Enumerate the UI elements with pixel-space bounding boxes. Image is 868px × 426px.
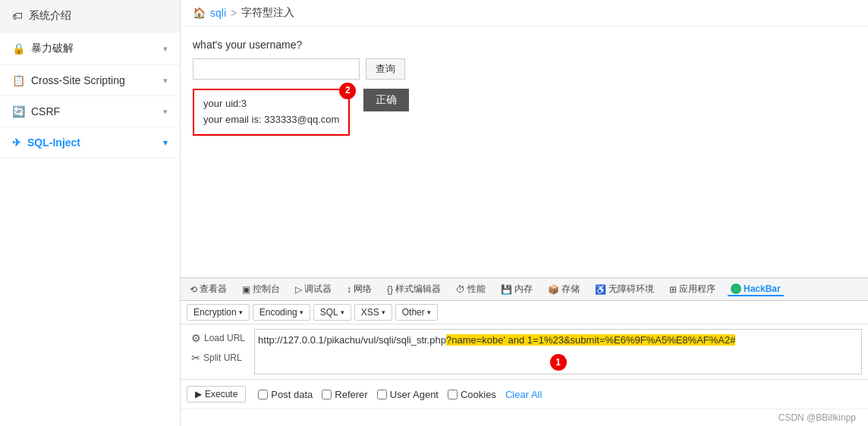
postdata-checkbox[interactable]: Post data xyxy=(258,389,313,400)
refresh-icon: 🔄 xyxy=(12,105,25,117)
correct-button[interactable]: 正确 xyxy=(363,89,409,111)
debugger-label: 调试器 xyxy=(304,283,332,296)
sql-dropdown-icon: ▾ xyxy=(341,309,344,316)
encoding-menu[interactable]: Encoding ▾ xyxy=(253,304,310,321)
application-label: 应用程序 xyxy=(679,283,715,296)
sidebar-item-csrf[interactable]: 🔄 CSRF ▾ xyxy=(0,96,180,127)
referer-checkbox[interactable]: Referer xyxy=(322,389,367,400)
network-label: 网络 xyxy=(354,283,372,296)
devtools-bar: ⟲ 查看器 ▣ 控制台 ▷ 调试器 ↕ 网络 {} 样式编辑器 ⏱ 性能 xyxy=(181,277,868,301)
clipboard-icon: 📋 xyxy=(12,74,25,86)
devtools-performance[interactable]: ⏱ 性能 xyxy=(453,281,489,297)
devtools-debugger[interactable]: ▷ 调试器 xyxy=(292,281,335,297)
page-content: what's your username? 查询 your uid:3 your… xyxy=(181,27,868,277)
input-row: 查询 xyxy=(193,58,856,80)
encoding-dropdown-icon: ▾ xyxy=(300,309,303,316)
result-line2: your email is: 333333@qq.com xyxy=(203,112,339,128)
memory-icon: 💾 xyxy=(501,284,512,295)
cookies-input[interactable] xyxy=(448,390,458,399)
result-area: your uid:3 your email is: 333333@qq.com … xyxy=(193,89,856,143)
storage-icon: 📦 xyxy=(548,284,559,295)
lock-icon: 🔒 xyxy=(12,42,25,55)
hackbar-action-sidebar: ⚙ Load URL ✂ Split URL xyxy=(187,329,250,374)
query-button[interactable]: 查询 xyxy=(366,58,405,80)
username-input[interactable] xyxy=(193,58,360,80)
devtools-accessibility[interactable]: ♿ 无障碍环境 xyxy=(592,281,657,297)
useragent-input[interactable] xyxy=(377,390,387,399)
style-icon: {} xyxy=(387,284,393,295)
sidebar-item-sqli[interactable]: ✈ SQL-Inject ▾ xyxy=(0,127,180,158)
chevron-down-icon: ▾ xyxy=(163,138,168,148)
devtools-storage[interactable]: 📦 存储 xyxy=(545,281,583,297)
sidebar-item-label: Cross-Site Scripting xyxy=(31,74,125,86)
encryption-dropdown-icon: ▾ xyxy=(239,309,243,316)
sidebar-item-bruteforce[interactable]: 🔒 暴力破解 ▾ xyxy=(0,33,180,65)
devtools-hackbar[interactable]: HackBar xyxy=(728,282,784,296)
debugger-icon: ▷ xyxy=(295,284,302,295)
useragent-label: User Agent xyxy=(390,389,439,400)
sidebar-item-label: CSRF xyxy=(31,105,60,117)
hackbar-actions: ⚙ Load URL ✂ Split URL http://127.0.0.1/… xyxy=(187,329,862,374)
devtools-network[interactable]: ↕ 网络 xyxy=(344,281,375,297)
xss-menu[interactable]: XSS ▾ xyxy=(354,304,392,321)
devtools-application[interactable]: ⊞ 应用程序 xyxy=(666,281,719,297)
encoding-label: Encoding xyxy=(259,307,297,318)
referer-label: Referer xyxy=(335,389,367,400)
sidebar-item-label: 暴力破解 xyxy=(31,42,74,55)
storage-label: 存储 xyxy=(561,283,580,296)
split-url-button[interactable]: ✂ Split URL xyxy=(187,349,250,367)
encryption-menu[interactable]: Encryption ▾ xyxy=(187,304,250,321)
tag-icon: 🏷 xyxy=(12,10,23,22)
content-area: 🏠 sqli > 字符型注入 what's your username? 查询 … xyxy=(181,0,868,426)
encryption-label: Encryption xyxy=(193,307,237,318)
devtools-memory[interactable]: 💾 内存 xyxy=(498,281,536,297)
badge-1: 1 xyxy=(550,354,567,371)
footer: CSDN @BBillkinpp xyxy=(181,409,868,426)
breadcrumb: 🏠 sqli > 字符型注入 xyxy=(181,0,868,27)
hackbar-bottom: ▶ Execute Post data Referer User Agent xyxy=(181,380,868,409)
chevron-down-icon: ▾ xyxy=(163,44,168,54)
hackbar-icon xyxy=(731,283,741,294)
clear-all-button[interactable]: Clear All xyxy=(505,389,542,400)
url-highlight: ?name=kobe' and 1=1%23&submit=%E6%9F%A5%… xyxy=(446,334,736,346)
sidebar-item-label: SQL-Inject xyxy=(27,136,80,149)
sql-label: SQL xyxy=(320,307,338,318)
performance-label: 性能 xyxy=(467,283,486,296)
execute-label: Execute xyxy=(205,389,237,399)
other-dropdown-icon: ▾ xyxy=(427,309,431,316)
referer-input[interactable] xyxy=(322,390,332,399)
load-url-button[interactable]: ⚙ Load URL xyxy=(187,329,250,347)
chevron-down-icon: ▾ xyxy=(163,107,168,117)
badge-2: 2 xyxy=(339,83,356,99)
devtools-style-editor[interactable]: {} 样式编辑器 xyxy=(384,281,444,297)
postdata-label: Post data xyxy=(271,389,313,400)
load-url-label: Load URL xyxy=(204,333,245,343)
page-question: what's your username? xyxy=(193,39,856,51)
url-text: http://127.0.0.1/pikachu/vul/sqli/sqli_s… xyxy=(258,333,858,348)
useragent-checkbox[interactable]: User Agent xyxy=(377,389,439,400)
url-prefix: http://127.0.0.1/pikachu/vul/sqli/sqli_s… xyxy=(258,334,446,346)
sidebar-item-xss[interactable]: 📋 Cross-Site Scripting ▾ xyxy=(0,65,180,96)
cookies-checkbox[interactable]: Cookies xyxy=(448,389,496,400)
inspector-label: 查看器 xyxy=(200,283,227,296)
other-label: Other xyxy=(402,307,425,318)
sidebar-item-label: 系统介绍 xyxy=(29,9,71,23)
sidebar: 🏷 系统介绍 🔒 暴力破解 ▾ 📋 Cross-Site Scripting ▾… xyxy=(0,0,181,426)
execute-button[interactable]: ▶ Execute xyxy=(187,386,246,403)
breadcrumb-home[interactable]: sqli xyxy=(210,7,226,19)
sidebar-item-intro[interactable]: 🏷 系统介绍 xyxy=(0,0,180,33)
devtools-console[interactable]: ▣ 控制台 xyxy=(239,281,283,297)
split-url-icon: ✂ xyxy=(191,352,200,364)
execute-icon: ▶ xyxy=(195,389,202,399)
devtools-inspector[interactable]: ⟲ 查看器 xyxy=(187,281,230,297)
sql-menu[interactable]: SQL ▾ xyxy=(313,304,351,321)
network-icon: ↕ xyxy=(347,284,351,295)
postdata-input[interactable] xyxy=(258,390,268,399)
chevron-down-icon: ▾ xyxy=(163,76,168,86)
memory-label: 内存 xyxy=(514,283,533,296)
url-container[interactable]: http://127.0.0.1/pikachu/vul/sqli/sqli_s… xyxy=(254,329,862,374)
hackbar-label: HackBar xyxy=(744,283,781,294)
inspector-icon: ⟲ xyxy=(190,284,197,295)
cookies-label: Cookies xyxy=(461,389,496,400)
other-menu[interactable]: Other ▾ xyxy=(395,304,438,321)
